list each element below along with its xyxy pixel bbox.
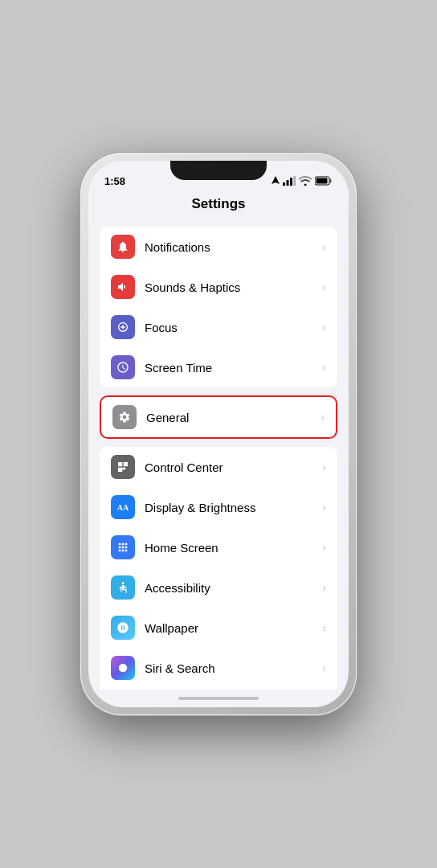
notifications-icon [111,235,135,259]
wallpaper-icon [111,616,135,640]
settings-row-wallpaper[interactable]: Wallpaper › [100,608,337,648]
siri-icon [111,656,135,680]
focus-label: Focus [145,321,319,334]
wallpaper-chevron: › [322,621,326,634]
svg-rect-5 [330,179,332,183]
notifications-chevron: › [322,240,326,253]
location-icon [272,176,280,186]
settings-content[interactable]: Notifications › Sounds & Haptics › [88,219,349,690]
settings-row-screentime[interactable]: Screen Time › [100,347,337,387]
settings-row-accessibility[interactable]: Accessibility › [100,567,337,608]
sounds-label: Sounds & Haptics [145,280,319,294]
home-bar [178,697,259,700]
display-icon: AA [111,495,135,519]
controlcenter-icon [111,455,135,479]
svg-rect-6 [317,178,328,184]
home-indicator [88,690,349,707]
accessibility-icon [111,575,135,600]
focus-chevron: › [322,321,326,334]
wallpaper-label: Wallpaper [145,621,319,635]
svg-rect-2 [290,178,292,186]
focus-icon [111,315,135,339]
screentime-icon [111,355,135,379]
homescreen-icon [111,535,135,559]
signal-icon [283,176,296,186]
notch [170,161,267,180]
battery-icon [315,176,333,186]
svg-rect-3 [294,176,296,186]
settings-row-general[interactable]: General › [100,395,337,439]
screentime-chevron: › [322,361,326,374]
svg-point-8 [119,664,128,673]
svg-point-7 [122,582,125,584]
display-label: Display & Brightness [145,501,319,514]
settings-group-1: Notifications › Sounds & Haptics › [100,227,337,387]
status-icons [272,176,333,186]
page-title-bar: Settings [88,193,349,219]
sounds-icon [111,275,135,299]
display-chevron: › [322,501,326,514]
settings-row-focus[interactable]: Focus › [100,307,337,347]
svg-rect-0 [283,182,285,186]
sounds-chevron: › [322,280,326,293]
settings-row-faceid[interactable]: Face ID & Passcode › [100,688,337,690]
controlcenter-label: Control Center [145,461,319,474]
accessibility-label: Accessibility [145,581,319,595]
svg-rect-1 [287,180,289,186]
siri-chevron: › [322,661,326,674]
phone-frame: 1:58 [80,153,357,715]
status-time: 1:58 [104,175,125,187]
controlcenter-chevron: › [322,461,326,473]
screentime-label: Screen Time [145,361,319,375]
homescreen-chevron: › [322,541,326,554]
settings-row-siri[interactable]: Siri & Search › [100,648,337,688]
siri-label: Siri & Search [145,661,319,675]
settings-group-2: Control Center › AA Display & Brightness… [100,447,337,690]
settings-row-homescreen[interactable]: Home Screen › [100,527,337,567]
notifications-label: Notifications [145,240,319,254]
settings-row-notifications[interactable]: Notifications › [100,227,337,267]
page-title: Settings [101,196,336,212]
phone-screen: 1:58 [88,161,349,707]
accessibility-chevron: › [322,581,326,594]
general-label: General [146,411,317,424]
settings-row-controlcenter[interactable]: Control Center › [100,447,337,487]
general-chevron: › [321,411,325,424]
wifi-icon [299,176,312,186]
settings-row-sounds[interactable]: Sounds & Haptics › [100,267,337,307]
general-icon [112,405,137,429]
homescreen-label: Home Screen [145,541,319,555]
settings-row-display[interactable]: AA Display & Brightness › [100,487,337,527]
